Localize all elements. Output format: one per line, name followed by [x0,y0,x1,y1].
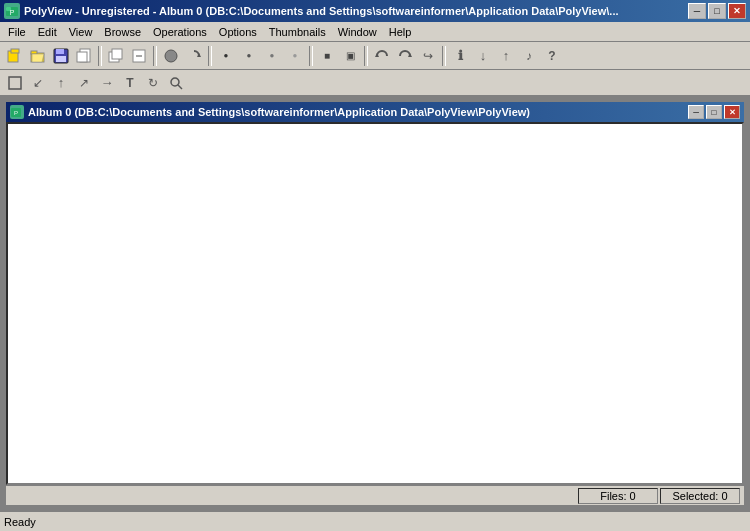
toolbar-sep-1 [98,46,102,66]
toolbar2-btn-7[interactable]: ↻ [142,72,164,94]
toolbar2-btn-4[interactable]: ↗ [73,72,95,94]
inner-minimize-btn[interactable]: ─ [688,105,704,119]
toolbar-redo2-btn[interactable]: ↪ [417,45,439,67]
inner-window: P Album 0 (DB:C:\Documents and Settings\… [4,100,746,507]
toolbar-btn-6[interactable] [128,45,150,67]
toolbar-secondary: ↙ ↑ ↗ → T ↻ [0,70,750,96]
menu-help[interactable]: Help [383,22,418,42]
svg-text:P: P [10,9,15,16]
svg-rect-20 [9,77,21,89]
menu-edit[interactable]: Edit [32,22,63,42]
toolbar-redo1-btn[interactable] [394,45,416,67]
toolbar-main: ● ● ● ● ■ ▣ ↪ ℹ ↓ ↑ ♪ ? [0,42,750,70]
menu-operations[interactable]: Operations [147,22,213,42]
inner-app-icon: P [10,105,24,119]
menu-window[interactable]: Window [332,22,383,42]
toolbar2-btn-5[interactable]: → [96,72,118,94]
toolbar-sep-2 [153,46,157,66]
toolbar2-btn-3[interactable]: ↑ [50,72,72,94]
inner-title-bar: P Album 0 (DB:C:\Documents and Settings\… [6,102,744,122]
title-bar-controls: ─ □ ✕ [688,3,746,19]
svg-point-21 [171,78,179,86]
toolbar-btn-7[interactable] [160,45,182,67]
svg-rect-6 [31,51,37,54]
svg-line-22 [178,85,182,89]
toolbar-dot1-btn[interactable]: ● [215,45,237,67]
svg-rect-11 [77,52,87,62]
toolbar-sep-5 [364,46,368,66]
svg-rect-8 [56,49,64,54]
toolbar-rotate-btn[interactable] [183,45,205,67]
toolbar-dot3-btn[interactable]: ● [261,45,283,67]
svg-rect-4 [11,49,19,53]
inner-title-text: Album 0 (DB:C:\Documents and Settings\so… [28,106,530,118]
maximize-button[interactable]: □ [708,3,726,19]
toolbar-copy-file-btn[interactable] [73,45,95,67]
toolbar-save-btn[interactable] [50,45,72,67]
toolbar-sep-6 [442,46,446,66]
title-bar-text: PolyView - Unregistered - Album 0 (DB:C:… [24,5,619,17]
menu-bar: File Edit View Browse Operations Options… [0,22,750,42]
title-bar-left: P PolyView - Unregistered - Album 0 (DB:… [4,3,619,19]
inner-status-bar: Files: 0 Selected: 0 [6,485,744,505]
title-bar: P PolyView - Unregistered - Album 0 (DB:… [0,0,750,22]
menu-thumbnails[interactable]: Thumbnails [263,22,332,42]
toolbar-dot2-btn[interactable]: ● [238,45,260,67]
files-status: Files: 0 [578,488,658,504]
toolbar2-btn-6[interactable]: T [119,72,141,94]
selected-status: Selected: 0 [660,488,740,504]
status-bar: Ready [0,511,750,531]
toolbar-rect1-btn[interactable]: ■ [316,45,338,67]
toolbar-rect2-btn[interactable]: ▣ [339,45,361,67]
toolbar-btn-5[interactable] [105,45,127,67]
toolbar-up-btn[interactable]: ↑ [495,45,517,67]
content-area [6,122,744,485]
svg-rect-9 [56,56,66,62]
toolbar-sep-3 [208,46,212,66]
inner-close-btn[interactable]: ✕ [724,105,740,119]
close-button[interactable]: ✕ [728,3,746,19]
toolbar-new-btn[interactable] [4,45,26,67]
toolbar-undo-btn[interactable] [371,45,393,67]
inner-title-left: P Album 0 (DB:C:\Documents and Settings\… [10,105,530,119]
toolbar-open-btn[interactable] [27,45,49,67]
svg-point-16 [165,50,177,62]
status-text: Ready [4,516,36,528]
toolbar2-btn-1[interactable] [4,72,26,94]
app-icon: P [4,3,20,19]
toolbar-sep-4 [309,46,313,66]
toolbar-music-btn[interactable]: ♪ [518,45,540,67]
menu-view[interactable]: View [63,22,99,42]
menu-file[interactable]: File [2,22,32,42]
inner-title-controls: ─ □ ✕ [688,105,740,119]
toolbar-dot4-btn[interactable]: ● [284,45,306,67]
svg-text:P: P [14,110,18,116]
menu-browse[interactable]: Browse [98,22,147,42]
toolbar-help-btn[interactable]: ? [541,45,563,67]
toolbar2-btn-2[interactable]: ↙ [27,72,49,94]
minimize-button[interactable]: ─ [688,3,706,19]
inner-maximize-btn[interactable]: □ [706,105,722,119]
toolbar-info-btn[interactable]: ℹ [449,45,471,67]
toolbar-down-btn[interactable]: ↓ [472,45,494,67]
toolbar2-search-btn[interactable] [165,72,187,94]
menu-options[interactable]: Options [213,22,263,42]
svg-rect-13 [112,49,122,59]
